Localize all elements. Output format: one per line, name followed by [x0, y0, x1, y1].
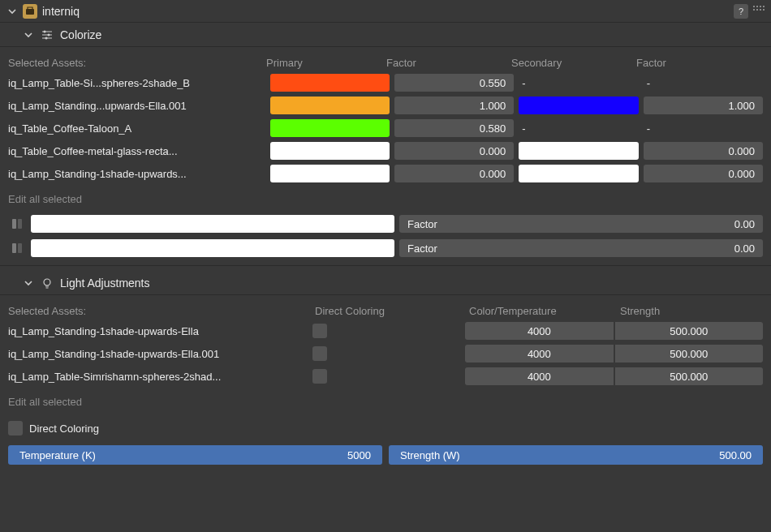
- strength-field[interactable]: 500.000: [615, 345, 763, 363]
- direct-coloring-checkbox[interactable]: [312, 346, 327, 361]
- asset-row: iq_Table_Coffee-Taloon_A0.580--: [8, 117, 763, 139]
- drag-grip-icon[interactable]: [753, 6, 765, 17]
- asset-name: iq_Table_Coffee-Taloon_A: [8, 122, 265, 135]
- column-factor-secondary: Factor: [636, 57, 763, 69]
- asset-name: iq_Lamp_Standing-1shade-upwards...: [8, 168, 265, 180]
- strength-field[interactable]: 500.000: [615, 322, 763, 340]
- light-asset-row: iq_Lamp_Table-Simrishamn-spheres-2shad..…: [8, 365, 763, 388]
- chevron-down-icon[interactable]: [23, 277, 34, 289]
- sliders-icon: [41, 28, 54, 41]
- column-direct-coloring: Direct Coloring: [315, 305, 469, 317]
- primary-color-swatch[interactable]: [270, 74, 390, 92]
- asset-name: iq_Lamp_Table-Si...spheres-2shade_B: [8, 77, 265, 89]
- light-asset-row: iq_Lamp_Standing-1shade-upwards-Ella4000…: [8, 320, 763, 342]
- column-primary: Primary: [266, 57, 386, 69]
- panel-title: interniq: [42, 5, 80, 18]
- edit-factor-field[interactable]: Factor0.00: [399, 215, 763, 233]
- edit-color-swatch[interactable]: [31, 215, 394, 233]
- primary-factor-field[interactable]: 0.000: [394, 142, 514, 160]
- addon-icon: [23, 4, 37, 19]
- secondary-color-swatch[interactable]: [519, 165, 638, 182]
- secondary-color-swatch[interactable]: [519, 142, 638, 160]
- no-value-dash: -: [644, 122, 650, 135]
- light-column-headers: Selected Assets: Direct Coloring Color/T…: [8, 302, 763, 320]
- asset-row: iq_Lamp_Standing-1shade-upwards...0.0000…: [8, 162, 763, 185]
- primary-color-swatch[interactable]: [270, 97, 390, 114]
- secondary-factor-field[interactable]: 0.000: [644, 142, 763, 160]
- asset-name: iq_Table_Coffee-metal-glass-recta...: [8, 145, 265, 157]
- svg-rect-5: [18, 219, 22, 229]
- svg-point-8: [44, 279, 50, 285]
- factor-value: 0.00: [734, 242, 755, 255]
- primary-factor-field[interactable]: 1.000: [394, 97, 514, 114]
- edit-all-selected-label: Edit all selected: [8, 185, 763, 212]
- edit-all-row: Factor0.00: [8, 212, 763, 236]
- primary-color-swatch[interactable]: [270, 165, 390, 182]
- no-value-dash: -: [519, 77, 525, 89]
- primary-factor-field[interactable]: 0.580: [394, 119, 514, 137]
- asset-row: iq_Lamp_Table-Si...spheres-2shade_B0.550…: [8, 71, 763, 94]
- lightbulb-icon: [41, 277, 54, 290]
- color-picker-icon[interactable]: [8, 242, 26, 255]
- color-temperature-field[interactable]: 4000: [465, 322, 613, 340]
- svg-rect-4: [12, 219, 16, 229]
- svg-rect-6: [12, 243, 16, 253]
- no-value-dash: -: [644, 77, 650, 89]
- asset-name: iq_Lamp_Standing-1shade-upwards-Ella: [8, 325, 312, 337]
- temperature-value: 5000: [347, 449, 371, 461]
- no-value-dash: -: [519, 122, 525, 135]
- chevron-down-icon[interactable]: [23, 29, 34, 41]
- colorize-column-headers: Selected Assets: Primary Factor Secondar…: [8, 54, 763, 71]
- subpanel-header-light[interactable]: Light Adjustments: [0, 271, 771, 295]
- primary-color-swatch[interactable]: [270, 119, 390, 137]
- secondary-color-swatch[interactable]: [519, 97, 638, 114]
- asset-name: iq_Lamp_Table-Simrishamn-spheres-2shad..…: [8, 371, 312, 383]
- svg-point-2: [48, 33, 50, 36]
- svg-point-3: [45, 36, 48, 39]
- selected-assets-label: Selected Assets:: [8, 305, 315, 317]
- temperature-label: Temperature (K): [19, 449, 96, 461]
- edit-all-selected-label: Edit all selected: [8, 388, 763, 414]
- panel-header: interniq ?: [0, 0, 771, 23]
- factor-label: Factor: [407, 218, 437, 230]
- strength-field[interactable]: 500.000: [615, 367, 763, 385]
- factor-value: 0.00: [734, 218, 755, 230]
- column-color-temperature: Color/Temperature: [469, 305, 620, 317]
- direct-coloring-checkbox[interactable]: [312, 324, 327, 338]
- svg-rect-7: [18, 243, 22, 253]
- asset-name: iq_Lamp_Standing...upwards-Ella.001: [8, 100, 265, 112]
- svg-rect-0: [26, 9, 34, 15]
- secondary-factor-field[interactable]: 1.000: [644, 97, 763, 114]
- primary-color-swatch[interactable]: [270, 142, 390, 160]
- subpanel-title: Colorize: [60, 28, 101, 41]
- subpanel-header-colorize[interactable]: Colorize: [0, 23, 771, 47]
- primary-factor-field[interactable]: 0.000: [394, 165, 514, 182]
- direct-coloring-checkbox[interactable]: [8, 421, 23, 435]
- svg-point-1: [44, 30, 46, 32]
- factor-label: Factor: [407, 242, 437, 255]
- chevron-down-icon[interactable]: [6, 6, 18, 17]
- light-asset-row: iq_Lamp_Standing-1shade-upwards-Ella.001…: [8, 342, 763, 365]
- color-temperature-field[interactable]: 4000: [465, 345, 613, 363]
- asset-row: iq_Lamp_Standing...upwards-Ella.0011.000…: [8, 94, 763, 117]
- help-icon[interactable]: ?: [734, 4, 748, 19]
- primary-factor-field[interactable]: 0.550: [394, 74, 514, 92]
- color-temperature-field[interactable]: 4000: [465, 367, 613, 385]
- column-factor-primary: Factor: [386, 57, 511, 69]
- edit-color-swatch[interactable]: [31, 239, 394, 257]
- asset-row: iq_Table_Coffee-metal-glass-recta...0.00…: [8, 139, 763, 162]
- strength-value: 500.00: [719, 449, 752, 461]
- edit-all-row: Factor0.00: [8, 236, 763, 260]
- edit-factor-field[interactable]: Factor0.00: [399, 239, 763, 257]
- strength-label: Strength (W): [400, 449, 460, 461]
- direct-coloring-label: Direct Coloring: [29, 423, 99, 435]
- strength-field[interactable]: Strength (W) 500.00: [389, 445, 763, 465]
- column-secondary: Secondary: [511, 57, 636, 69]
- subpanel-title: Light Adjustments: [60, 277, 150, 290]
- color-picker-icon[interactable]: [8, 217, 26, 230]
- secondary-factor-field[interactable]: 0.000: [644, 165, 763, 182]
- temperature-field[interactable]: Temperature (K) 5000: [8, 445, 382, 465]
- asset-name: iq_Lamp_Standing-1shade-upwards-Ella.001: [8, 348, 312, 360]
- direct-coloring-checkbox[interactable]: [312, 369, 327, 384]
- selected-assets-label: Selected Assets:: [8, 57, 266, 69]
